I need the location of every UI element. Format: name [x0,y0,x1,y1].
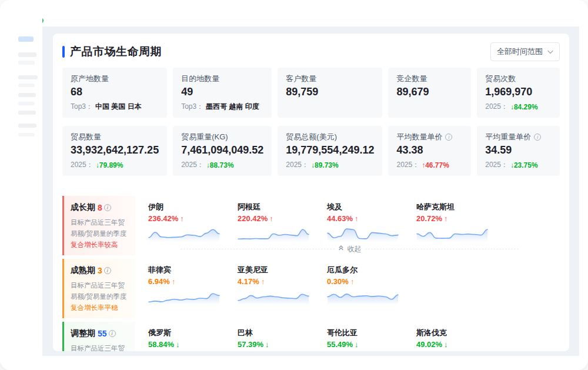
country-growth: 57.39%↓ [238,340,327,349]
arrow-down-icon: ↓ [444,340,448,349]
stage-title: 成长期8 [71,202,129,213]
chevron-double-up-icon [338,245,344,251]
sidebar-skeleton-item [18,111,36,115]
stat-yoy: 2025：↓88.73% [181,160,263,170]
country-percent: 49.02% [416,340,442,349]
stat-card: 平均重量单价34.592025：↓23.75% [477,126,560,176]
stat-top3: Top3：中国 美国 日本 [71,102,159,112]
info-icon[interactable] [109,330,116,337]
country-card-埃及[interactable]: 埃及44.63%↑ [327,202,416,242]
country-card-菲律宾[interactable]: 菲律宾6.94%↑ [148,265,238,305]
country-percent: 220.42% [238,214,268,223]
country-card-巴林[interactable]: 巴林57.39%↓ [238,328,327,351]
stage-count: 55 [98,329,107,338]
stat-label: 贸易总额(美元) [286,132,374,142]
info-icon[interactable] [534,134,541,141]
country-name: 斯洛伐克 [416,328,506,338]
stat-card: 贸易次数1,969,9702025：↓84.29% [477,68,560,118]
stat-value: 49 [181,86,263,98]
info-icon[interactable] [445,134,452,141]
country-card-斯洛伐克[interactable]: 斯洛伐克49.02%↓ [416,328,506,351]
sparkline-wrap [148,287,238,305]
sparkline-chart [327,287,399,305]
sidebar-skeleton-item [18,133,35,136]
sparkline-wrap [327,350,416,351]
country-card-哈萨克斯坦[interactable]: 哈萨克斯坦20.72%↑ [416,202,506,242]
stat-label-text: 原产地数量 [71,74,109,84]
sparkline-wrap [148,350,238,351]
country-name: 埃及 [327,202,416,212]
info-icon[interactable] [104,204,111,211]
country-percent: 6.94% [148,277,170,286]
stat-label: 目的地数量 [181,74,263,84]
country-growth: 58.84%↓ [148,340,238,349]
country-name: 菲律宾 [148,265,238,275]
sparkline-wrap [416,224,506,242]
yoy-value: ↓79.89% [96,161,123,169]
country-card-亚美尼亚[interactable]: 亚美尼亚4.17%↑ [238,265,327,305]
country-card-俄罗斯[interactable]: 俄罗斯58.84%↓ [148,328,238,351]
country-card-厄瓜多尔[interactable]: 厄瓜多尔0.30%↑ [327,265,416,305]
stat-label-text: 平均数量单价 [396,132,442,142]
sparkline-chart [238,287,309,305]
stat-card: 贸易数量33,932,642,127.252025：↓79.89% [62,126,167,176]
country-percent: 58.84% [148,340,174,349]
stat-value: 34.59 [485,144,552,156]
stat-card: 贸易重量(KG)7,461,094,049.522025：↓88.73% [173,126,272,176]
collapse-toggle[interactable]: 收起 [181,244,519,254]
country-percent: 236.42% [148,214,178,223]
stage-desc-text: 目标产品近三年贸易额/贸易量的季度 [71,345,126,351]
info-icon[interactable] [104,267,111,274]
stat-label-text: 竞企数量 [396,74,427,84]
sparkline-chart [238,224,309,242]
stage-title: 调整期55 [71,328,129,339]
top3-value: 中国 美国 日本 [95,102,142,112]
yoy-value: ↓89.73% [311,161,339,169]
stat-label: 平均数量单价 [396,132,463,142]
stat-label: 平均重量单价 [485,132,552,142]
yoy-percent: 89.73% [315,161,339,169]
time-range-select[interactable]: 全部时间范围 [490,42,560,61]
arrow-up-icon: ↑ [180,214,184,223]
country-name: 俄罗斯 [148,328,238,338]
sparkline-wrap [416,350,506,351]
country-growth: 49.02%↓ [416,340,506,349]
stage-content: 菲律宾6.94%↑亚美尼亚4.17%↑厄瓜多尔0.30%↑ [135,259,560,318]
stat-card: 原产地数量68Top3：中国 美国 日本 [62,68,167,118]
sparkline-wrap [238,287,327,305]
time-range-label: 全部时间范围 [497,46,543,57]
country-card-哥伦比亚[interactable]: 哥伦比亚55.49%↓ [327,328,416,351]
stat-card: 目的地数量49Top3：墨西哥 越南 印度 [173,68,272,118]
country-card-阿根廷[interactable]: 阿根廷220.42%↑ [238,202,327,242]
sidebar-active-item [18,36,34,42]
fold-label: 收起 [348,244,362,254]
stat-value: 89,679 [396,86,463,98]
stat-label: 贸易次数 [485,74,552,84]
country-percent: 4.17% [238,277,259,286]
sparkline-chart [238,350,309,351]
sparkline-chart [148,224,220,242]
country-grid: 俄罗斯58.84%↓巴林57.39%↓哥伦比亚55.49%↓斯洛伐克49.02%… [148,328,560,351]
sparkline-chart [416,350,488,351]
app-window: 产品市场生命周期 全部时间范围 原产地数量68Top3：中国 美国 日本目的地数… [0,0,588,370]
yoy-percent: 79.89% [99,161,123,169]
stage-desc-highlight: 复合增长率较高 [71,241,118,248]
stat-yoy: 2025：↓89.73% [286,160,374,170]
stat-card: 竞企数量89,679 [388,68,471,118]
stat-top3: Top3：墨西哥 越南 印度 [181,102,263,112]
arrow-down-icon: ↓ [355,340,359,349]
yoy-value: ↑46.77% [422,161,449,169]
stat-value: 89,759 [286,86,374,98]
stage-desc-highlight: 复合增长率平稳 [71,304,118,311]
sparkline-chart [148,287,220,305]
stage-description: 目标产品近三年贸易额/贸易量的季度复合增长率呈负 [71,343,129,351]
dashboard-card: 产品市场生命周期 全部时间范围 原产地数量68Top3：中国 美国 日本目的地数… [53,34,569,351]
sidebar-skeleton-item [18,102,35,105]
stage-label: 调整期55目标产品近三年贸易额/贸易量的季度复合增长率呈负 [62,322,135,351]
sparkline-chart [327,350,399,351]
stat-yoy: 2025：↓84.29% [485,102,552,112]
chevron-down-icon [547,50,553,54]
country-card-伊朗[interactable]: 伊朗236.42%↑ [148,202,238,242]
country-name: 亚美尼亚 [238,265,327,275]
stage-content: 伊朗236.42%↑阿根廷220.42%↑埃及44.63%↑哈萨克斯坦20.72… [135,196,560,255]
